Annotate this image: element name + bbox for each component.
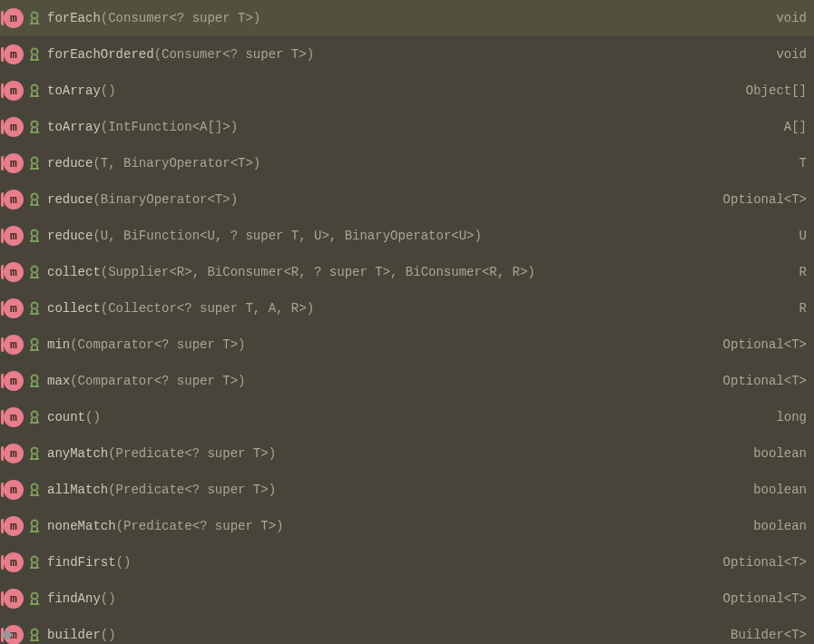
abstract-icon	[27, 120, 42, 134]
method-signature: reduce(T, BinaryOperator<T>)	[47, 156, 781, 171]
method-icon: m	[4, 480, 24, 500]
method-signature: collect(Supplier<R>, BiConsumer<R, ? sup…	[47, 265, 781, 279]
abstract-icon	[27, 265, 42, 279]
abstract-icon	[27, 628, 42, 642]
return-type: boolean	[735, 446, 807, 461]
abstract-icon	[27, 519, 42, 533]
method-signature: forEachOrdered(Consumer<? super T>)	[47, 47, 758, 62]
method-signature: toArray(IntFunction<A[]>)	[47, 120, 766, 134]
method-signature: reduce(U, BiFunction<U, ? super T, U>, B…	[47, 229, 781, 243]
svg-point-4	[32, 158, 38, 164]
completion-item[interactable]: mreduce(U, BiFunction<U, ? super T, U>, …	[0, 218, 814, 254]
svg-point-15	[32, 557, 38, 563]
method-icon: m	[4, 371, 24, 391]
method-params: (U, BiFunction<U, ? super T, U>, BinaryO…	[93, 229, 481, 243]
completion-item[interactable]: mforEach(Consumer<? super T>)void	[0, 0, 814, 36]
svg-point-9	[32, 339, 38, 346]
method-params: ()	[116, 555, 132, 570]
completion-item[interactable]: mmax(Comparator<? super T>)Optional<T>	[0, 363, 814, 399]
return-type: void	[758, 47, 807, 62]
completion-item[interactable]: mfindAny()Optional<T>	[0, 581, 814, 617]
abstract-icon	[27, 483, 42, 497]
indicator-icon	[2, 629, 13, 640]
return-type: R	[781, 301, 807, 316]
abstract-icon	[27, 374, 42, 388]
method-params: (Predicate<? super T>)	[108, 483, 276, 497]
return-type: Optional<T>	[705, 192, 807, 207]
method-signature: count()	[47, 410, 758, 424]
method-icon: m	[4, 407, 24, 427]
method-icon: m	[4, 298, 24, 318]
abstract-icon	[27, 410, 42, 424]
completion-item[interactable]: mtoArray(IntFunction<A[]>)A[]	[0, 109, 814, 145]
abstract-icon	[27, 337, 42, 352]
method-name: builder	[47, 628, 101, 642]
abstract-icon	[27, 555, 42, 570]
method-icon: m	[4, 81, 24, 101]
completion-item[interactable]: mcollect(Collector<? super T, A, R>)R	[0, 290, 814, 327]
method-name: forEach	[47, 11, 101, 25]
completion-item[interactable]: mfindFirst()Optional<T>	[0, 544, 814, 581]
return-type: boolean	[735, 483, 807, 497]
method-icon: m	[4, 8, 24, 28]
completion-item[interactable]: mallMatch(Predicate<? super T>)boolean	[0, 472, 814, 508]
method-signature: toArray()	[47, 83, 728, 98]
abstract-icon	[27, 156, 42, 171]
method-signature: max(Comparator<? super T>)	[47, 374, 705, 388]
abstract-icon	[27, 47, 42, 62]
return-type: Object[]	[728, 83, 807, 98]
method-params: (T, BinaryOperator<T>)	[93, 156, 260, 171]
method-icon: m	[4, 44, 24, 64]
method-signature: findAny()	[47, 591, 705, 606]
abstract-icon	[27, 301, 42, 316]
method-icon: m	[4, 153, 24, 173]
return-type: Optional<T>	[705, 337, 807, 352]
completion-item[interactable]: mcollect(Supplier<R>, BiConsumer<R, ? su…	[0, 254, 814, 290]
svg-point-14	[32, 521, 38, 527]
method-name: toArray	[47, 83, 101, 98]
completion-item[interactable]: mmin(Comparator<? super T>)Optional<T>	[0, 327, 814, 363]
method-name: allMatch	[47, 483, 108, 497]
completion-item[interactable]: manyMatch(Predicate<? super T>)boolean	[0, 435, 814, 472]
method-name: findFirst	[47, 555, 116, 570]
method-params: (Collector<? super T, A, R>)	[101, 301, 314, 316]
completion-item[interactable]: mnoneMatch(Predicate<? super T>)boolean	[0, 508, 814, 544]
method-signature: reduce(BinaryOperator<T>)	[47, 192, 705, 207]
svg-point-8	[32, 303, 38, 309]
completion-item[interactable]: mbuilder()Builder<T>	[0, 617, 814, 644]
return-type: A[]	[766, 120, 807, 134]
method-icon: m	[4, 117, 24, 137]
method-params: (Supplier<R>, BiConsumer<R, ? super T>, …	[101, 265, 535, 279]
completion-item[interactable]: mreduce(BinaryOperator<T>)Optional<T>	[0, 181, 814, 218]
completion-item[interactable]: mcount()long	[0, 399, 814, 435]
method-name: findAny	[47, 591, 101, 606]
completion-item[interactable]: mforEachOrdered(Consumer<? super T>)void	[0, 36, 814, 73]
completion-item[interactable]: mtoArray()Object[]	[0, 73, 814, 109]
abstract-icon	[27, 446, 42, 461]
method-name: reduce	[47, 192, 93, 207]
svg-point-3	[32, 122, 38, 128]
method-params: (Consumer<? super T>)	[154, 47, 314, 62]
method-name: reduce	[47, 156, 93, 171]
svg-point-1	[32, 49, 38, 55]
svg-point-0	[32, 13, 38, 19]
svg-point-11	[32, 412, 38, 418]
completion-list: mforEach(Consumer<? super T>)voidmforEac…	[0, 0, 814, 644]
return-type: U	[781, 229, 807, 243]
method-signature: builder()	[47, 628, 712, 642]
abstract-icon	[27, 83, 42, 98]
method-params: ()	[101, 83, 116, 98]
return-type: Optional<T>	[705, 591, 807, 606]
completion-item[interactable]: mreduce(T, BinaryOperator<T>)T	[0, 145, 814, 181]
method-params: (Consumer<? super T>)	[101, 11, 260, 25]
method-icon: m	[4, 262, 24, 282]
method-icon: m	[4, 335, 24, 355]
method-signature: forEach(Consumer<? super T>)	[47, 11, 758, 25]
svg-point-2	[32, 85, 38, 92]
method-params: (Comparator<? super T>)	[70, 374, 245, 388]
method-signature: noneMatch(Predicate<? super T>)	[47, 519, 735, 533]
svg-point-17	[32, 629, 38, 636]
method-signature: findFirst()	[47, 555, 705, 570]
method-params: ()	[101, 628, 116, 642]
return-type: T	[781, 156, 807, 171]
